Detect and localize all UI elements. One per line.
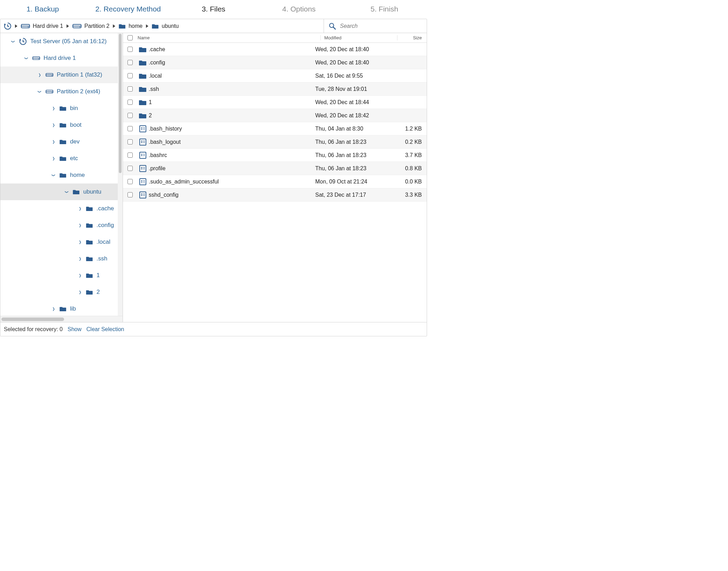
crumb-home[interactable]: home [119,23,142,29]
file-modified: Thu, 04 Jan at 8:30 [315,126,397,132]
folder-icon [73,189,80,195]
file-name: .sudo_as_admin_successful [149,179,315,185]
file-row[interactable]: .bashrcThu, 06 Jan at 18:233.7 KB [123,149,427,162]
row-checkbox[interactable] [127,60,133,65]
tree-vertical-scrollbar[interactable] [118,33,123,316]
tree-folder-2[interactable]: 2 [0,284,123,300]
clear-selection-link[interactable]: Clear Selection [86,326,124,333]
file-name: .ssh [149,86,315,92]
file-row[interactable]: 2Wed, 20 Dec at 18:42 [123,109,427,122]
tree-label: Hard drive 1 [44,55,76,62]
column-size[interactable]: Size [397,35,427,40]
row-checkbox[interactable] [127,100,133,105]
tree-local[interactable]: .local [0,234,123,250]
file-row[interactable]: .localSat, 16 Dec at 9:55 [123,69,427,83]
file-name: .cache [149,46,315,53]
chevron-right-icon[interactable] [51,155,56,162]
file-row[interactable]: .cacheWed, 20 Dec at 18:40 [123,43,427,56]
file-row[interactable]: .sudo_as_admin_successfulMon, 09 Oct at … [123,175,427,188]
tree-dev[interactable]: dev [0,133,123,150]
row-checkbox[interactable] [127,139,133,144]
show-selected-link[interactable]: Show [68,326,82,333]
chevron-down-icon[interactable] [37,88,42,95]
chevron-right-icon[interactable] [78,272,83,279]
search-icon [329,23,336,30]
file-row[interactable]: .sshTue, 28 Nov at 19:01 [123,83,427,96]
chevron-right-icon[interactable] [37,71,42,79]
row-checkbox[interactable] [127,47,133,52]
row-checkbox[interactable] [127,152,133,158]
file-row[interactable]: .bash_logoutThu, 06 Jan at 18:230.2 KB [123,135,427,149]
tree-ubuntu[interactable]: ubuntu [0,183,123,200]
chevron-down-icon[interactable] [64,188,69,196]
file-row[interactable]: sshd_configSat, 23 Dec at 17:173.3 KB [123,188,427,202]
chevron-right-icon[interactable] [51,122,56,129]
restore-icon[interactable] [4,22,11,30]
select-all-checkbox[interactable] [127,35,133,40]
tree-horizontal-scrollbar[interactable] [0,316,123,322]
folder-icon [86,239,93,245]
tree-label: .config [96,222,114,229]
tree-lib[interactable]: lib [0,300,123,316]
tree-ssh[interactable]: .ssh [0,250,123,267]
chevron-right-icon[interactable] [78,205,83,212]
tree-bin[interactable]: bin [0,100,123,117]
folder-icon [86,289,93,295]
tree-label: dev [70,138,79,145]
step-recovery-method[interactable]: 2. Recovery Method [85,5,171,13]
row-checkbox[interactable] [127,113,133,118]
file-modified: Thu, 06 Jan at 18:23 [315,165,397,172]
chevron-right-icon[interactable] [78,222,83,229]
crumb-partition[interactable]: Partition 2 [72,23,109,29]
tree-drive-1[interactable]: Hard drive 1 [0,50,123,67]
row-checkbox[interactable] [127,86,133,92]
row-checkbox[interactable] [127,73,133,78]
tree-home[interactable]: home [0,167,123,183]
chevron-right-icon[interactable] [51,138,56,146]
chevron-right-icon[interactable] [51,305,56,313]
step-options: 4. Options [256,5,342,13]
tree-partition-2[interactable]: Partition 2 (ext4) [0,83,123,100]
breadcrumb-sep-icon [146,24,148,28]
row-checkbox[interactable] [127,179,133,184]
column-modified[interactable]: Modified [320,35,397,40]
tree-config[interactable]: .config [0,217,123,234]
file-row[interactable]: .bash_historyThu, 04 Jan at 8:301.2 KB [123,122,427,135]
tree-boot[interactable]: boot [0,117,123,133]
chevron-down-icon[interactable] [51,172,56,179]
breadcrumb-sep-icon [113,24,115,28]
file-modified: Tue, 28 Nov at 19:01 [315,86,397,92]
file-row[interactable]: 1Wed, 20 Dec at 18:44 [123,96,427,109]
tree-partition-1[interactable]: Partition 1 (fat32) [0,67,123,83]
file-row[interactable]: .profileThu, 06 Jan at 18:230.8 KB [123,162,427,175]
tree-folder-1[interactable]: 1 [0,267,123,284]
folder-icon [86,256,93,261]
breadcrumb-sep-icon [15,24,17,28]
file-row[interactable]: .configWed, 20 Dec at 18:40 [123,56,427,69]
row-checkbox[interactable] [127,166,133,171]
chevron-down-icon[interactable] [11,38,16,45]
crumb-drive[interactable]: Hard drive 1 [21,23,63,29]
chevron-down-icon[interactable] [24,55,29,62]
chevron-right-icon[interactable] [51,105,56,112]
row-checkbox[interactable] [127,126,133,131]
breadcrumb-sep-icon [67,24,69,28]
chevron-right-icon[interactable] [78,289,83,296]
file-modified: Wed, 20 Dec at 18:40 [315,60,397,66]
tree-etc[interactable]: etc [0,150,123,167]
step-backup[interactable]: 1. Backup [0,5,85,13]
row-checkbox[interactable] [127,192,133,197]
file-icon [139,125,146,132]
chevron-right-icon[interactable] [78,238,83,246]
tree-root[interactable]: Test Server (05 Jan at 16:12) [0,33,123,50]
folder-icon [86,206,93,211]
file-modified: Wed, 20 Dec at 18:40 [315,46,397,53]
search-input[interactable] [339,23,422,30]
column-name[interactable]: Name [137,35,320,40]
chevron-right-icon[interactable] [78,255,83,263]
tree-label: Partition 2 (ext4) [57,88,100,95]
tree-label: home [70,172,85,179]
crumb-ubuntu[interactable]: ubuntu [152,23,179,29]
search-box[interactable] [324,19,427,33]
tree-cache[interactable]: .cache [0,200,123,217]
